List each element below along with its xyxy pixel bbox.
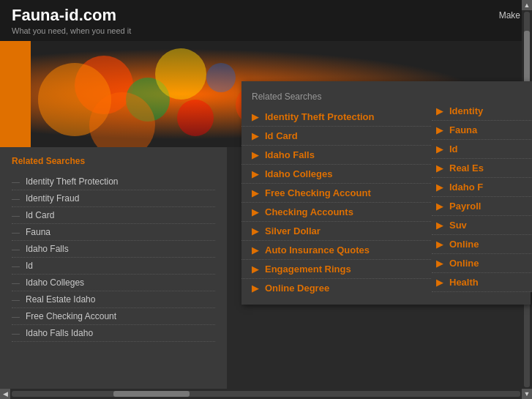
orange-arrow-icon: ▶ (436, 220, 443, 231)
sidebar-link[interactable]: Id Card (26, 210, 54, 220)
overlay-right-link[interactable]: Id (449, 143, 458, 154)
scroll-left-button[interactable]: ◀ (0, 389, 10, 399)
overlay-link[interactable]: Free Checking Account (265, 187, 371, 198)
overlay-right-item[interactable]: ▶ Fauna (432, 121, 532, 140)
overlay-right-item[interactable]: ▶ Idaho F (432, 178, 532, 197)
overlay-right-link[interactable]: Online (449, 239, 479, 250)
main-content: Related Searches — Identity Theft Protec… (0, 147, 532, 396)
orange-arrow-icon: ▶ (436, 124, 443, 135)
overlay-link[interactable]: Silver Dollar (265, 225, 321, 236)
arrow-icon: — (12, 194, 20, 203)
sidebar-item[interactable]: — Idaho Colleges (12, 275, 215, 291)
arrow-icon: — (12, 177, 20, 186)
orange-arrow-icon: ▶ (252, 206, 259, 217)
orange-arrow-icon: ▶ (252, 264, 259, 275)
overlay-link[interactable]: Id Card (265, 130, 298, 141)
overlay-right-item[interactable]: ▶ Real Es (432, 159, 532, 178)
overlay-right-link[interactable]: Identity (449, 105, 483, 116)
orange-arrow-icon: ▶ (436, 201, 443, 212)
overlay-right-link[interactable]: Idaho F (449, 182, 483, 193)
site-title: Fauna-id.com (12, 6, 131, 25)
orange-arrow-icon: ▶ (436, 143, 443, 154)
sidebar-title: Related Searches (12, 156, 215, 166)
arrow-icon: — (12, 295, 20, 304)
sidebar-link[interactable]: Idaho Falls (26, 244, 69, 254)
overlay-right-item[interactable]: ▶ Payroll (432, 197, 532, 216)
scroll-up-icon: ▲ (524, 1, 531, 9)
arrow-icon: — (12, 312, 20, 321)
overlay-right-item[interactable]: ▶ Health (432, 273, 532, 292)
overlay-link[interactable]: Engagement Rings (265, 264, 351, 275)
scroll-up-button[interactable]: ▲ (522, 0, 532, 10)
header-right-text: Make (499, 6, 520, 20)
orange-arrow-icon: ▶ (436, 182, 443, 193)
orange-arrow-icon: ▶ (252, 130, 259, 141)
overlay-right-link[interactable]: Real Es (449, 163, 484, 174)
overlay-link[interactable]: Checking Accounts (265, 206, 353, 217)
horizontal-scrollbar[interactable]: ◀ ▶ (0, 389, 532, 399)
overlay-link[interactable]: Idaho Colleges (265, 168, 332, 179)
overlay-right-item[interactable]: ▶ Online (432, 235, 532, 254)
overlay-right-column: ▶ Identity ▶ Fauna ▶ Id ▶ Real Es ▶ Idah… (432, 81, 532, 292)
overlay-right-link[interactable]: Fauna (449, 124, 477, 135)
sidebar-item[interactable]: — Identity Fraud (12, 190, 215, 207)
sidebar-item[interactable]: — Id (12, 258, 215, 275)
arrow-icon: — (12, 228, 20, 236)
sidebar-link[interactable]: Real Estate Idaho (26, 294, 95, 305)
arrow-icon: — (12, 329, 20, 338)
orange-arrow-icon: ▶ (252, 225, 259, 236)
arrow-icon: — (12, 261, 20, 270)
sidebar-link[interactable]: Free Checking Account (26, 311, 116, 321)
overlay-right-item[interactable]: ▶ Identity (432, 102, 532, 121)
scroll-down-button[interactable]: ▼ (522, 389, 532, 399)
scroll-left-icon: ◀ (3, 390, 8, 398)
overlay-link[interactable]: Auto Insurance Quotes (265, 245, 370, 256)
overlay-right-link[interactable]: Health (449, 277, 479, 288)
orange-arrow-icon: ▶ (436, 105, 443, 116)
overlay-right-item[interactable]: ▶ Online (432, 254, 532, 273)
scroll-down-icon: ▼ (524, 390, 531, 398)
scrollbar-thumb[interactable] (113, 391, 190, 397)
sidebar-item[interactable]: — Fauna (12, 224, 215, 241)
hero-orange-bar (0, 41, 31, 147)
arrow-icon: — (12, 211, 20, 220)
arrow-icon: — (12, 245, 20, 253)
site-subtitle: What you need, when you need it (12, 26, 131, 35)
overlay-link[interactable]: Online Degree (265, 283, 329, 294)
sidebar-link[interactable]: Identity Fraud (26, 193, 79, 204)
orange-arrow-icon: ▶ (436, 239, 443, 250)
sidebar-link[interactable]: Idaho Falls Idaho (26, 328, 93, 338)
orange-arrow-icon: ▶ (252, 245, 259, 256)
sidebar-item[interactable]: — Idaho Falls (12, 241, 215, 258)
overlay-right-item[interactable]: ▶ Id (432, 140, 532, 159)
sidebar-item[interactable]: — Idaho Falls Idaho (12, 325, 215, 342)
overlay-link[interactable]: Idaho Falls (265, 149, 315, 160)
orange-arrow-icon: ▶ (252, 111, 259, 122)
sidebar-item[interactable]: — Identity Theft Protection (12, 174, 215, 190)
sidebar-link[interactable]: Id (26, 261, 33, 271)
scrollbar-track[interactable] (12, 391, 520, 397)
orange-arrow-icon: ▶ (436, 163, 443, 174)
orange-arrow-icon: ▶ (252, 149, 259, 160)
sidebar-item[interactable]: — Free Checking Account (12, 308, 215, 325)
overlay-right-item[interactable]: ▶ Suv (432, 216, 532, 235)
orange-arrow-icon: ▶ (252, 168, 259, 179)
sidebar-link[interactable]: Idaho Colleges (26, 277, 84, 288)
overlay-right-link[interactable]: Payroll (449, 201, 481, 212)
orange-arrow-icon: ▶ (436, 277, 443, 288)
sidebar-item[interactable]: — Id Card (12, 207, 215, 224)
page-header: Fauna-id.com What you need, when you nee… (0, 0, 532, 41)
overlay-link[interactable]: Identity Theft Protection (265, 111, 375, 122)
orange-arrow-icon: ▶ (252, 187, 259, 198)
sidebar-link[interactable]: Fauna (26, 227, 50, 237)
site-branding: Fauna-id.com What you need, when you nee… (12, 6, 131, 35)
orange-arrow-icon: ▶ (252, 283, 259, 294)
sidebar-link[interactable]: Identity Theft Protection (26, 176, 119, 187)
sidebar-item[interactable]: — Real Estate Idaho (12, 291, 215, 308)
orange-arrow-icon: ▶ (436, 258, 443, 269)
overlay-right-link[interactable]: Suv (449, 220, 467, 231)
overlay-right-link[interactable]: Online (449, 258, 479, 269)
arrow-icon: — (12, 278, 20, 287)
sidebar: Related Searches — Identity Theft Protec… (0, 147, 227, 396)
